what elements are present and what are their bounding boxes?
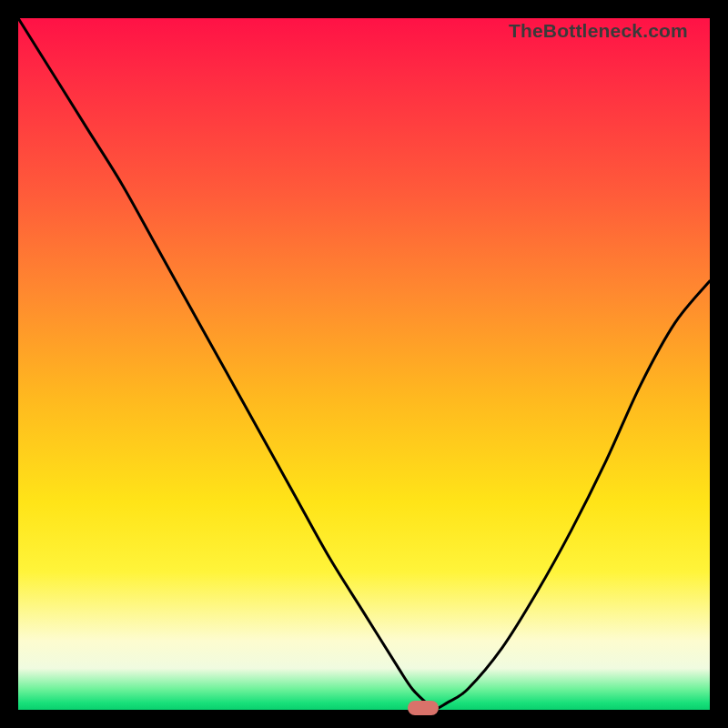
plot-area: TheBottleneck.com xyxy=(18,18,710,710)
chart-frame: TheBottleneck.com xyxy=(0,0,728,728)
minimum-marker xyxy=(408,701,439,715)
bottleneck-curve xyxy=(18,18,710,710)
watermark-text: TheBottleneck.com xyxy=(509,20,688,42)
